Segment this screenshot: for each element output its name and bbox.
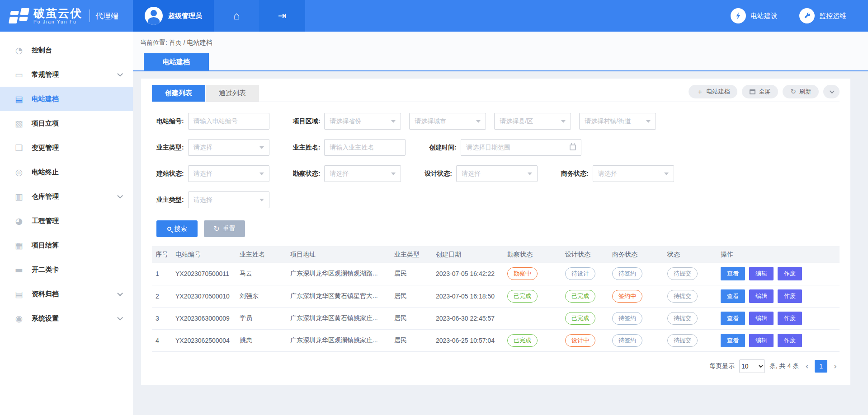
void-button[interactable]: 作废 [778,312,802,325]
owner-name-input[interactable]: 请输入业主姓名 [324,139,406,156]
avatar[interactable] [145,7,163,25]
cell-status: 待提交 [664,329,717,351]
sidebar-item-label: 电站终止 [32,168,59,177]
page-header: 当前位置: 首页 / 电站建档 电站建档 [133,32,868,71]
province-select[interactable]: 请选择省份 [324,113,401,130]
view-button[interactable]: 查看 [721,289,745,303]
edit-button[interactable]: 编辑 [749,289,774,303]
chevron-down-icon [117,290,123,296]
nav-monitor-ops[interactable]: 监控运维 [799,8,846,23]
view-button[interactable]: 查看 [721,312,745,325]
column-header: 电站编号 [172,246,236,263]
edit-button[interactable]: 编辑 [749,334,774,347]
chevron-right-icon[interactable]: › [832,362,839,371]
build-status-select[interactable]: 请选择 [188,165,269,182]
nav-station-build[interactable]: 电站建设 [731,8,778,23]
placeholder-text: 请选择 [462,170,481,178]
breadcrumb: 当前位置: 首页 / 电站建档 [140,32,868,53]
page-number-button[interactable]: 1 [815,360,827,373]
cell-address: 广东深圳龙华区观澜镇姚家庄... [287,329,391,351]
sidebar-item-2[interactable]: ▤电站建档 [0,87,133,111]
view-button[interactable]: 查看 [721,334,745,347]
cell-code: YX2023063000009 [172,307,236,329]
sidebar-item-11[interactable]: ◉系统设置 [0,306,133,331]
filter-label: 商务状态: [561,170,589,178]
logo: 破茧云伏 Po Jian Yun Fu 代理端 [0,0,133,32]
chevron-left-icon[interactable]: ‹ [803,362,810,371]
monitor-icon: ▭ [14,70,24,79]
sidebar-item-5[interactable]: ◎电站终止 [0,160,133,184]
collapse-button[interactable] [823,85,840,98]
sidebar-item-6[interactable]: ▥仓库管理 [0,184,133,209]
logout-button[interactable]: ⇥ [259,0,305,32]
lightning-icon [731,8,746,23]
sidebar-item-7[interactable]: ◕工程管理 [0,209,133,233]
view-button[interactable]: 查看 [721,267,745,280]
add-station-button[interactable]: ＋ 电站建档 [689,85,737,98]
sidebar-item-8[interactable]: ▦项目结算 [0,233,133,257]
filter-row: 业主类型:请选择 [156,191,840,208]
fullscreen-button[interactable]: 全屏 [742,85,778,98]
tab-passed-list[interactable]: 通过列表 [206,85,259,102]
sidebar-item-9[interactable]: ▬开二类卡 [0,257,133,282]
cell-owner: 姚忠 [236,329,287,351]
refresh-button[interactable]: ↻ 刷新 [783,85,819,98]
owner-type-select-2[interactable]: 请选择 [188,191,269,208]
archive-icon: ▤ [14,289,24,299]
breadcrumb-path[interactable]: 首页 / 电站建档 [169,39,212,46]
edit-button[interactable]: 编辑 [749,267,774,280]
sidebar-item-10[interactable]: ▤资料归档 [0,282,133,306]
status-badge: 勘察中 [507,267,538,280]
user-menu[interactable]: 超级管理员 [133,0,214,32]
survey-status-select[interactable]: 请选择 [324,165,401,182]
filter-label: 业主类型: [156,196,184,204]
wrench-icon [799,8,815,23]
sidebar-item-label: 控制台 [32,46,52,55]
cell-design-status: 已完成 [561,285,609,307]
county-select[interactable]: 请选择县/区 [494,113,571,130]
date-range-input[interactable]: 请选择日期范围 [461,139,581,156]
topbar-spacer [305,0,731,32]
tab-create-list[interactable]: 创建列表 [152,85,205,102]
sidebar-item-3[interactable]: ▧项目立项 [0,111,133,135]
town-select[interactable]: 请选择村镇/街道 [579,113,656,130]
settings-icon: ◉ [14,313,24,323]
sidebar-item-1[interactable]: ▭常规管理 [0,62,133,87]
reset-button[interactable]: ↻ 重置 [204,220,245,237]
logo-icon [9,8,29,23]
sidebar-item-0[interactable]: ◔控制台 [0,38,133,62]
design-status-select[interactable]: 请选择 [456,165,538,182]
status-badge: 待提交 [667,312,698,325]
cell-actions: 查看编辑作废 [717,263,840,285]
cell-type: 居民 [391,307,432,329]
column-header: 序号 [152,246,172,263]
table-row: 4YX2023062500004姚忠广东深圳龙华区观澜镇姚家庄...居民2023… [152,329,840,351]
search-button[interactable]: 搜索 [156,220,198,237]
nav-label: 电站建设 [750,12,778,20]
column-header: 业主姓名 [236,246,287,263]
city-select[interactable]: 请选择城市 [409,113,486,130]
void-button[interactable]: 作废 [778,289,802,303]
cell-survey-status: 已完成 [504,285,561,307]
edit-button[interactable]: 编辑 [749,312,774,325]
business-status-select[interactable]: 请选择 [593,165,674,182]
portal-label: 代理端 [95,11,118,21]
cell-business-status: 待签约 [609,263,664,285]
per-page-select[interactable]: 10 [739,359,765,373]
owner-type-select[interactable]: 请选择 [188,139,269,156]
caret-down-icon [646,120,651,123]
content: 当前位置: 首页 / 电站建档 电站建档 创建列表 通过列表 ＋ 电站建档 [133,32,868,415]
void-button[interactable]: 作废 [778,267,802,280]
filter-group: 项目区域:请选择省份请选择城市请选择县/区请选择村镇/街道 [293,113,656,130]
pagination: 每页显示 10 条, 共 4 条 ‹ 1 › [152,352,840,385]
page-tab-station-archive[interactable]: 电站建档 [144,53,209,70]
card: 创建列表 通过列表 ＋ 电站建档 全屏 ↻ 刷新 [141,79,850,385]
station-code-input[interactable]: 请输入电站编号 [188,113,269,130]
sidebar-item-4[interactable]: ❏变更管理 [0,135,133,160]
void-button[interactable]: 作废 [778,334,802,347]
home-button[interactable]: ⌂ [214,0,259,32]
caret-down-icon [561,120,566,123]
nav-label: 监控运维 [819,12,846,20]
status-badge: 签约中 [612,290,642,303]
cell-actions: 查看编辑作废 [717,329,840,351]
